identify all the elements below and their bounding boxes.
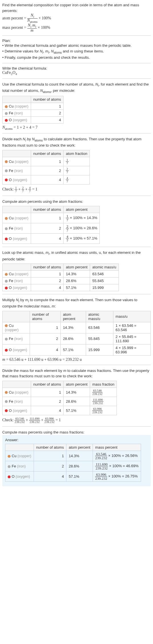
table-row: Fe (iron)227 [3,166,90,175]
massfrac-check: Check: 63.546239.232 + 111.690239.232 + … [2,417,151,424]
table-row: Cu (copper)114.3%63.546239.232 [3,388,117,397]
massfrac-text: Divide the mass for each element by m to… [2,368,151,379]
atomic-mass-table: number of atomsatom percentatomic mass/u… [2,264,119,291]
answer-label: Answer: [5,438,148,442]
table-row: Fe (iron)2 [3,110,64,117]
mass-percent-table: number of atomsatom percentmass percent … [5,444,141,482]
molmass-text: Multiply Ni by mi to compute the mass fo… [2,297,151,309]
molecular-mass-total: m = 63.546 u + 111.690 u + 63.996 u = 23… [2,357,151,362]
plan-title: Plan: [2,39,151,43]
table-row: Cu (copper)114.3%63.546 [3,271,119,278]
atomfrac-check: Check: 17 + 27 + 47 = 1 [2,186,151,193]
table-row: Cu (copper)114.3%63.546239.232 × 100% = … [5,451,141,461]
table-row: O (oxygen)447 [3,175,90,184]
masspct-text: Compute mass percents using the mass fra… [2,430,151,435]
table-row: Fe (iron)228.6%55.8452 × 55.845 = 111.69… [3,333,151,344]
molecular-mass-table: number of atomsatom percentatomic mass/u… [2,311,151,356]
mass-percent-formula: mass percent = Ni mim × 100% [2,23,151,33]
table-row: Cu (copper)117 × 100% = 14.3% [3,213,100,223]
table-row: O (oxygen)457.1%15.9994 × 15.999 = 63.99… [3,344,151,355]
chemical-formula: CuFe2O4 [2,70,151,76]
atommass-text: Look up the atomic mass, mi, in unified … [2,250,151,262]
table-row: Fe (iron)228.6%111.690239.232 × 100% = 4… [5,461,141,471]
atomfrac-text: Divide each Ni by Natoms to calculate at… [2,136,151,148]
atom-percent-formula: atom percent = NiNatoms × 100% [2,13,151,23]
table-row: O (oxygen)457.1%63.996239.232 × 100% = 2… [5,471,141,482]
element-swatch [5,105,8,108]
table-row: Fe (iron)227 × 100% = 28.6% [3,223,100,234]
table-row: Cu (copper)114.3%63.5461 × 63.546 = 63.5… [3,322,151,333]
atom-fraction-table: number of atomsatom fraction Cu (copper)… [2,150,90,185]
atom-percent-table: number of atomsatom percent Cu (copper)1… [2,206,100,244]
table-row: Cu (copper)117 [3,157,90,166]
table-row: O (oxygen)457.1%63.996239.232 [3,406,117,415]
table-row: O (oxygen)457.1%15.999 [3,284,119,291]
atompct-text: Compute atom percents using the atom fra… [2,199,151,204]
atom-count-table: number of atoms Cu (copper)1 Fe (iron)2 … [2,96,64,123]
answer-box: Answer: number of atomsatom percentmass … [2,435,151,486]
plan-bullet: • Finally, compute the percents and chec… [2,55,151,60]
count-text: Use the chemical formula to count the nu… [2,82,151,94]
plan-bullet: • Determine values for Ni, mi, Natoms an… [2,48,151,55]
table-row: O (oxygen)447 × 100% = 57.1% [3,234,100,244]
plan-bullet: • Write the chemical formula and gather … [2,43,151,48]
table-row: O (oxygen)4 [3,117,64,123]
table-row: Fe (iron)228.6%55.845 [3,278,119,284]
write-formula-title: Write the chemical formula: [2,66,151,70]
table-row: Cu (copper)1 [3,103,64,110]
mass-fraction-table: number of atomsatom percentmass fraction… [2,381,117,415]
intro-text: Find the elemental composition for coppe… [2,2,151,13]
n-atoms-total: Natoms = 1 + 2 + 4 = 7 [2,125,151,130]
table-row: Fe (iron)228.6%111.690239.232 [3,397,117,406]
